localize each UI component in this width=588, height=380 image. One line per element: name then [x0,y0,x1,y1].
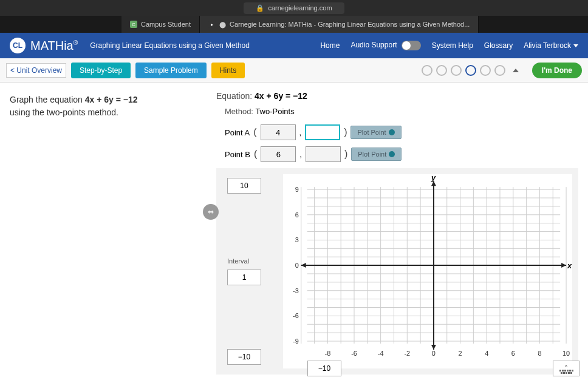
close-paren: ) [344,149,347,160]
arrow-right-icon [561,263,566,268]
tab-icon: ▸ [208,21,216,28]
hints-button[interactable]: Hints [211,63,245,78]
app-name: MATHia® [30,39,78,53]
comma: , [299,128,302,137]
interval-label: Interval [227,257,278,265]
svg-text:-9: -9 [293,338,299,345]
equation-display: Equation: 4x + 6y = −12 [216,91,578,101]
svg-text:-3: -3 [293,287,299,294]
interval-input[interactable] [227,270,261,285]
user-menu[interactable]: Alivia Terbrock [524,41,578,50]
nav-home[interactable]: Home [320,41,340,50]
keyboard-button[interactable]: ^ [553,361,579,376]
xmin-input[interactable] [307,361,341,376]
svg-text:-6: -6 [351,350,357,357]
svg-text:-8: -8 [325,350,331,357]
progress-dot [494,65,505,76]
progress-dot [436,65,447,76]
graph-y-controls: Interval [222,174,283,368]
im-done-button[interactable]: I'm Done [532,63,582,78]
point-a-x-input[interactable] [261,124,296,140]
point-b-row: Point B ( , ) Plot Point [216,146,578,162]
lock-icon: 🔒 [256,4,264,12]
y-axis-label: y [431,174,436,182]
svg-text:2: 2 [459,350,462,357]
svg-text:-4: -4 [378,350,384,357]
pane-divider-handle[interactable]: ⇔ [203,204,219,220]
point-b-y-input[interactable] [306,146,341,162]
svg-text:-2: -2 [404,350,410,357]
tab-label: Campus Student [141,21,191,28]
svg-text:9: 9 [295,186,299,193]
unit-overview-link[interactable]: < Unit Overview [6,63,66,78]
chevron-up-icon[interactable] [513,69,519,72]
step-by-step-button[interactable]: Step-by-Step [71,63,131,78]
method-display: Method: Two-Points [216,107,578,116]
point-a-row: Point A ( , ) Plot Point [216,124,578,140]
plot-point-b-button[interactable]: Plot Point [351,148,402,161]
nav-audio-support[interactable]: Audio Support [350,41,420,50]
sample-problem-button[interactable]: Sample Problem [135,63,207,78]
svg-text:3: 3 [295,236,299,243]
progress-dot [480,65,491,76]
point-a-y-input[interactable] [305,124,340,140]
point-b-label: Point B [225,150,250,159]
problem-prompt: Graph the equation 4x + 6y = −12 using t… [10,93,197,119]
progress-indicator [422,65,522,76]
svg-text:4: 4 [485,350,488,357]
audio-toggle[interactable] [402,41,421,50]
graph-bottom-controls: ^ [219,361,579,376]
close-paren: ) [344,127,347,138]
logo-icon: CL [10,38,26,53]
svg-text:0: 0 [432,350,436,357]
graph-area: Interval x y -9-6-30369 -8-6-4-20246810 [216,168,578,375]
browser-url-bar: 🔒 carnegielearning.com [0,0,588,16]
url-value: carnegielearning.com [268,4,332,12]
svg-text:0: 0 [295,262,299,269]
progress-dot [451,65,462,76]
x-axis-label: x [567,261,572,270]
tab-mathia[interactable]: ▸ ⬤ Carnegie Learning: MATHia - Graphing… [200,16,479,33]
lesson-title: Graphing Linear Equations using a Given … [90,41,250,50]
arrow-down-icon [431,345,436,350]
svg-text:10: 10 [562,350,570,357]
coordinate-grid[interactable]: x y -9-6-30369 -8-6-4-20246810 [283,174,572,368]
point-a-label: Point A [225,128,250,137]
point-b-x-input[interactable] [261,146,296,162]
lesson-toolbar: < Unit Overview Step-by-Step Sample Prob… [0,58,588,83]
open-paren: ( [253,127,256,138]
progress-dot [422,65,432,76]
nav-system-help[interactable]: System Help [432,41,473,50]
plot-dot-icon [389,151,395,157]
plot-point-a-button[interactable]: Plot Point [350,126,401,139]
browser-tabs: C Campus Student ▸ ⬤ Carnegie Learning: … [0,16,588,33]
comma: , [299,150,302,159]
svg-text:-6: -6 [293,312,299,319]
tab-icon: C [130,21,137,28]
app-header: CL MATHia® Graphing Linear Equations usi… [0,33,588,58]
url-text: 🔒 carnegielearning.com [244,2,344,14]
tab-label: Carnegie Learning: MATHia - Graphing Lin… [230,21,470,28]
carnegie-icon: ⬤ [219,21,226,28]
tab-campus-student[interactable]: C Campus Student [121,16,200,33]
svg-text:8: 8 [538,350,541,357]
prompt-pane: Graph the equation 4x + 6y = −12 using t… [0,83,207,380]
svg-text:6: 6 [511,350,515,357]
arrow-left-icon [301,263,306,268]
content-area: Graph the equation 4x + 6y = −12 using t… [0,83,588,380]
chevron-up-icon: ^ [565,364,567,369]
progress-dot-current [465,65,476,76]
ymax-input[interactable] [227,178,261,194]
nav-glossary[interactable]: Glossary [484,41,513,50]
plot-dot-icon [389,129,395,135]
svg-text:6: 6 [295,211,299,219]
open-paren: ( [254,149,257,160]
chevron-down-icon [573,44,578,47]
work-pane: Equation: 4x + 6y = −12 Method: Two-Poin… [207,83,588,380]
